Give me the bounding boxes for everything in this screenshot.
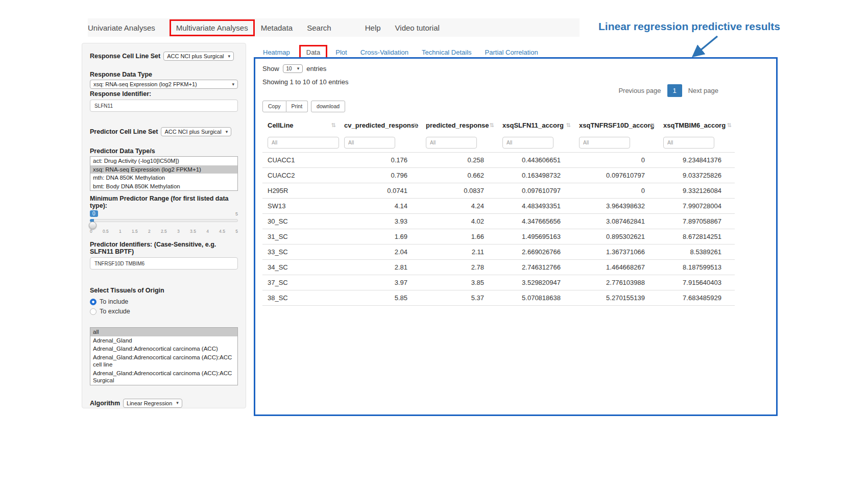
tab-plot[interactable]: Plot: [335, 48, 347, 56]
filter-input-predicted-response[interactable]: [426, 137, 477, 149]
table-row: H295R0.07410.08370.09761079709.332126084: [262, 183, 735, 198]
column-header-predicted-response[interactable]: predicted_response⇅: [421, 117, 497, 133]
value-cell: 1.66: [421, 229, 497, 244]
value-cell: 0.0741: [339, 183, 421, 198]
value-cell: 1.464668267: [574, 259, 658, 275]
tissue-option[interactable]: Adrenal_Gland:Adrenocortical carcinoma (…: [90, 369, 237, 385]
column-header-xsqtmbim6-accorg[interactable]: xsqTMBIM6_accorg⇅: [658, 117, 735, 133]
column-header-xsqtnfrsf10d-accorg[interactable]: xsqTNFRSF10D_accorg⇅: [574, 117, 658, 133]
selected-value: ACC NCI plus Surgical: [164, 129, 221, 135]
show-entries-control: Show 10 ▾ entries: [262, 63, 769, 74]
value-cell: 2.776103988: [574, 275, 658, 290]
chevron-down-icon: ▾: [297, 66, 300, 71]
copy-button[interactable]: Copy: [262, 101, 286, 112]
tab-technical-details[interactable]: Technical Details: [422, 48, 472, 56]
next-page-button[interactable]: Next page: [684, 84, 723, 97]
value-cell: 2.669026766: [497, 244, 574, 259]
download-button[interactable]: download: [311, 101, 345, 112]
response-cell-line-set-select[interactable]: ACC NCI plus Surgical ▾: [163, 52, 234, 61]
value-cell: 7.897058867: [658, 213, 735, 229]
tissue-listbox[interactable]: allAdrenal_GlandAdrenal_Gland:Adrenocort…: [90, 327, 238, 385]
response-identifier-label: Response Identifier:: [90, 90, 238, 97]
response-identifier-input[interactable]: [90, 100, 238, 112]
predictor-cell-line-set-select[interactable]: ACC NCI plus Surgical ▾: [161, 127, 231, 136]
table-body: CUACC10.1760.2580.44360665109.234841376C…: [262, 152, 735, 305]
predictor-data-type-option[interactable]: act: Drug Activity (-log10[IC50M]): [90, 157, 237, 165]
tissue-option[interactable]: Adrenal_Gland: [90, 336, 237, 345]
predictor-data-type-listbox[interactable]: act: Drug Activity (-log10[IC50M])xsq: R…: [90, 156, 238, 191]
chevron-down-icon: ▾: [226, 130, 228, 134]
nav-item-multivariate-analyses[interactable]: Multivariate Analyses: [170, 19, 255, 36]
sort-icon[interactable]: ⇅: [413, 122, 418, 129]
nav-item-video-tutorial[interactable]: Video tutorial: [395, 22, 440, 33]
column-header-xsqslfn11-accorg[interactable]: xsqSLFN11_accorg⇅: [497, 117, 574, 133]
value-cell: 0.662: [421, 167, 497, 183]
cellline-cell: 34_SC: [262, 259, 339, 275]
tab-partial-correlation[interactable]: Partial Correlation: [485, 48, 538, 56]
nav-item-metadata[interactable]: Metadata: [261, 22, 293, 33]
column-label: predicted_response: [426, 121, 489, 129]
slider-tick-label: 5: [235, 229, 238, 234]
predictor-cell-line-set-label: Predictor Cell Line Set: [90, 128, 158, 135]
sort-icon[interactable]: ⇅: [490, 122, 494, 129]
page: Univariate AnalysesMultivariate Analyses…: [0, 0, 868, 488]
value-cell: 4.347665656: [497, 213, 574, 229]
slider-track[interactable]: [90, 219, 238, 222]
nav-item-help[interactable]: Help: [365, 22, 381, 33]
sort-icon[interactable]: ⇅: [650, 122, 655, 129]
slider-value-badge: 0: [90, 210, 98, 217]
table-row: 34_SC2.812.782.7463127661.4646682678.187…: [262, 259, 735, 275]
table-row: 30_SC3.934.024.3476656563.0874628417.897…: [262, 213, 735, 229]
filter-input-xsqslfn11-accorg[interactable]: [502, 137, 553, 149]
radio-to-exclude[interactable]: To exclude: [90, 308, 238, 315]
previous-page-button[interactable]: Previous page: [614, 84, 665, 97]
tissue-option[interactable]: Adrenal_Gland:Adrenocortical carcinoma (…: [90, 353, 237, 369]
value-cell: 1.69: [339, 229, 421, 244]
slider-tick-label: 1: [119, 229, 122, 234]
predictor-data-type-option[interactable]: mth: DNA 850K Methylation: [90, 174, 237, 182]
value-cell: 3.85: [421, 275, 497, 290]
radio-to-include[interactable]: To include: [90, 298, 238, 305]
value-cell: 3.964398632: [574, 198, 658, 213]
value-cell: 3.93: [339, 213, 421, 229]
min-predictor-range-slider[interactable]: 0 5 00.511.522.533.544.55: [90, 210, 238, 236]
slider-tick-label: 4.5: [219, 229, 225, 234]
nav-item-search[interactable]: Search: [307, 22, 331, 33]
filter-input-xsqtmbim6-accorg[interactable]: [663, 137, 714, 149]
slider-handle[interactable]: [89, 222, 97, 229]
algorithm-row: Algorithm Linear Regression ▾: [90, 399, 238, 408]
predictor-data-type-option[interactable]: xsq: RNA-seq Expression (log2 FPKM+1): [90, 165, 237, 174]
sort-icon[interactable]: ⇅: [566, 122, 571, 129]
value-cell: 3.97: [339, 275, 421, 290]
tab-cross-validation[interactable]: Cross-Validation: [360, 48, 408, 56]
sort-icon[interactable]: ⇅: [331, 122, 336, 129]
predictor-identifiers-label: Predictor Identifiers: (Case-Sensitive, …: [90, 241, 238, 255]
slider-tick-label: 2: [148, 229, 151, 234]
response-cell-line-set-row: Response Cell Line Set ACC NCI plus Surg…: [90, 52, 238, 61]
slider-tick-label: 1.5: [132, 229, 138, 234]
value-cell: 0.443606651: [497, 152, 574, 167]
entries-label: entries: [306, 65, 326, 72]
tissue-option[interactable]: all: [90, 328, 237, 336]
table-row: 31_SC1.691.661.4956951630.8953026218.672…: [262, 229, 735, 244]
response-data-type-select[interactable]: xsq: RNA-seq Expression (log2 FPKM+1) ▾: [90, 80, 238, 89]
value-cell: 5.270155139: [574, 290, 658, 305]
current-page-button[interactable]: 1: [667, 84, 682, 97]
tissue-option[interactable]: Adrenal_Gland:Adrenocortical carcinoma (…: [90, 345, 237, 353]
predictor-data-type-option[interactable]: bmt: Body DNA 850K Methylation: [90, 182, 237, 191]
print-button[interactable]: Print: [286, 101, 308, 112]
filter-cell: [262, 133, 339, 153]
algorithm-select[interactable]: Linear Regression ▾: [123, 399, 182, 408]
entries-count-select[interactable]: 10 ▾: [283, 64, 303, 73]
predictor-identifiers-input[interactable]: [90, 257, 238, 270]
tab-heatmap[interactable]: Heatmap: [263, 48, 290, 56]
nav-item-univariate-analyses[interactable]: Univariate Analyses: [88, 22, 155, 33]
column-header-cv-predicted-response[interactable]: cv_predicted_response⇅: [339, 117, 421, 133]
filter-input-xsqtnfrsf10d-accorg[interactable]: [579, 137, 630, 149]
column-header-cellline[interactable]: CellLine⇅: [262, 117, 339, 133]
sort-icon[interactable]: ⇅: [727, 122, 732, 129]
filter-input-cv-predicted-response[interactable]: [344, 137, 395, 149]
filter-input-cellline[interactable]: [268, 137, 339, 149]
radio-label: To include: [100, 298, 128, 305]
filter-cell: [339, 133, 421, 153]
